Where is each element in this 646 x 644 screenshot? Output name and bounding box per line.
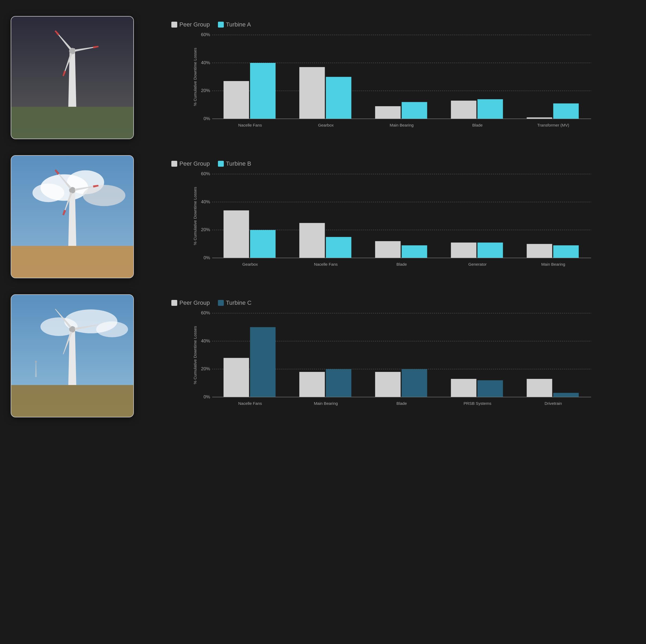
svg-text:% Cumulative Downtime Losses: % Cumulative Downtime Losses (193, 326, 197, 384)
peer-bar-2 (375, 372, 401, 397)
svg-text:40%: 40% (201, 60, 210, 65)
peer-group-legend-label: Peer Group (179, 299, 210, 306)
bar-chart-chart-a: 0%20%40%60%% Cumulative Downtime LossesN… (155, 32, 635, 134)
svg-text:Nacelle Fans: Nacelle Fans (238, 401, 262, 406)
svg-text:Main Bearing: Main Bearing (314, 401, 338, 406)
svg-rect-60 (11, 385, 133, 417)
turbine-bar-1 (326, 369, 351, 397)
svg-text:% Cumulative Downtime Losses: % Cumulative Downtime Losses (193, 187, 197, 245)
peer-bar-1 (299, 67, 325, 119)
chart-area-1: Peer Group Turbine A 0%20%40%60%% Cumula… (155, 21, 635, 134)
turbine-bar-2 (402, 369, 427, 397)
chart-area-2: Peer Group Turbine B 0%20%40%60%% Cumula… (155, 160, 635, 273)
svg-text:Blade: Blade (397, 401, 407, 406)
svg-text:20%: 20% (201, 227, 210, 232)
turbine-bar-0 (250, 327, 276, 397)
turbine-bar-4 (553, 393, 578, 397)
svg-text:Blade: Blade (472, 123, 483, 127)
legend-turbine: Turbine B (218, 160, 251, 167)
svg-text:PRSB Systems: PRSB Systems (463, 401, 491, 406)
peer-group-color-swatch (171, 300, 177, 306)
svg-text:Main Bearing: Main Bearing (390, 123, 414, 127)
turbine-bar-3 (477, 380, 503, 397)
peer-group-color-swatch (171, 161, 177, 167)
peer-bar-2 (375, 106, 401, 119)
peer-bar-4 (527, 244, 552, 258)
turbine-bar-0 (250, 63, 276, 119)
svg-text:% Cumulative Downtime Losses: % Cumulative Downtime Losses (193, 48, 197, 106)
svg-rect-1 (11, 107, 133, 139)
svg-text:Drivetrain: Drivetrain (545, 401, 562, 406)
turbine-bar-0 (250, 230, 276, 258)
peer-bar-3 (451, 243, 476, 258)
svg-text:20%: 20% (201, 366, 210, 371)
peer-bar-3 (451, 379, 476, 397)
chart-row-2: Peer Group Turbine B 0%20%40%60%% Cumula… (11, 155, 635, 278)
legend-peer-group: Peer Group (171, 21, 210, 28)
svg-text:60%: 60% (201, 171, 210, 176)
peer-group-legend-label: Peer Group (179, 21, 210, 28)
peer-bar-2 (375, 241, 401, 258)
turbine-bar-1 (326, 237, 351, 258)
svg-text:40%: 40% (201, 339, 210, 344)
turbine-color-swatch (218, 22, 224, 27)
peer-bar-1 (299, 372, 325, 397)
svg-text:Blade: Blade (397, 262, 407, 266)
turbine-color-swatch (218, 161, 224, 167)
peer-group-legend-label: Peer Group (179, 160, 210, 167)
peer-bar-0 (224, 358, 249, 397)
chart-legend-1: Peer Group Turbine A (171, 21, 635, 28)
turbine-legend-label: Turbine B (226, 160, 251, 167)
turbine-b-image (11, 155, 134, 278)
bar-chart-chart-b: 0%20%40%60%% Cumulative Downtime LossesG… (155, 171, 635, 273)
svg-point-29 (32, 183, 64, 202)
legend-turbine: Turbine A (218, 21, 251, 28)
turbine-bar-3 (477, 99, 503, 119)
bar-chart-chart-c: 0%20%40%60%% Cumulative Downtime LossesN… (155, 310, 635, 412)
turbine-c-image (11, 294, 134, 417)
legend-peer-group: Peer Group (171, 299, 210, 306)
chart-legend-2: Peer Group Turbine B (171, 160, 635, 167)
svg-text:Generator: Generator (468, 262, 487, 266)
turbine-bar-2 (402, 245, 427, 258)
svg-text:0%: 0% (204, 116, 210, 121)
turbine-bar-4 (553, 104, 578, 119)
svg-text:Gearbox: Gearbox (318, 123, 334, 127)
turbine-a-image (11, 16, 134, 139)
peer-bar-0 (224, 210, 249, 258)
svg-text:40%: 40% (201, 199, 210, 205)
peer-bar-3 (451, 101, 476, 119)
svg-text:Nacelle Fans: Nacelle Fans (238, 123, 262, 127)
svg-text:20%: 20% (201, 88, 210, 93)
chart-area-3: Peer Group Turbine C 0%20%40%60%% Cumula… (155, 299, 635, 412)
turbine-legend-label: Turbine A (226, 21, 251, 28)
svg-point-67 (35, 361, 37, 363)
svg-text:0%: 0% (204, 255, 210, 260)
turbine-bar-2 (402, 102, 427, 119)
peer-bar-4 (527, 117, 552, 119)
svg-text:60%: 60% (201, 310, 210, 315)
chart-row-1: Peer Group Turbine A 0%20%40%60%% Cumula… (11, 16, 635, 139)
svg-text:Gearbox: Gearbox (242, 262, 258, 266)
svg-text:0%: 0% (204, 394, 210, 399)
legend-turbine: Turbine C (218, 299, 252, 306)
turbine-color-swatch (218, 300, 224, 306)
chart-row-3: Peer Group Turbine C 0%20%40%60%% Cumula… (11, 294, 635, 417)
svg-point-30 (83, 185, 126, 206)
turbine-bar-1 (326, 77, 351, 119)
peer-bar-1 (299, 223, 325, 258)
svg-text:60%: 60% (201, 32, 210, 37)
svg-rect-31 (11, 246, 133, 278)
chart-legend-3: Peer Group Turbine C (171, 299, 635, 306)
legend-peer-group: Peer Group (171, 160, 210, 167)
svg-text:Nacelle Fans: Nacelle Fans (314, 262, 338, 266)
turbine-bar-4 (553, 245, 578, 258)
svg-point-59 (96, 321, 128, 337)
svg-text:Main Bearing: Main Bearing (541, 262, 565, 266)
peer-bar-4 (527, 379, 552, 397)
peer-group-color-swatch (171, 22, 177, 27)
peer-bar-0 (224, 81, 249, 119)
svg-text:Transformer (MV): Transformer (MV) (537, 123, 569, 127)
turbine-legend-label: Turbine C (226, 299, 252, 306)
turbine-bar-3 (477, 243, 503, 258)
